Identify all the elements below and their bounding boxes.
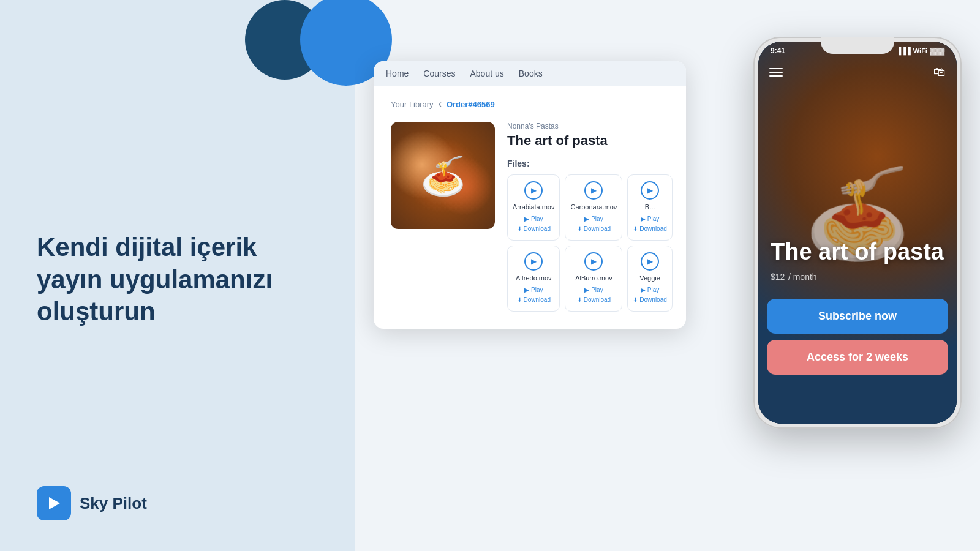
download-action-b[interactable]: ⬇ Download	[633, 224, 666, 234]
product-title: The art of pasta	[507, 133, 673, 149]
logo-svg	[44, 493, 64, 513]
left-panel: Kendi dijital içerik yayın uygulamanızı …	[0, 0, 355, 551]
play-icon-carbonara[interactable]: ▶	[584, 181, 603, 200]
hamburger-line-2	[769, 72, 783, 73]
product-image	[391, 122, 495, 229]
nav-courses[interactable]: Courses	[423, 69, 455, 78]
play-action-carbonara[interactable]: ▶ Play	[570, 214, 617, 224]
breadcrumb: Your Library ‹ Order#46569	[391, 99, 669, 110]
nav-about[interactable]: About us	[470, 69, 504, 78]
file-name-alfredo: Alfredo.mov	[513, 274, 554, 282]
play-action-arrabiata[interactable]: ▶ Play	[513, 214, 554, 224]
file-card-carbonara: ▶ Carbonara.mov ▶ Play ⬇ Download	[565, 174, 622, 241]
hamburger-line-1	[769, 68, 783, 69]
battery-icon: ▓▓▓	[930, 47, 944, 54]
play-action-veggie[interactable]: ▶ Play	[633, 285, 666, 295]
play-action-alfredo[interactable]: ▶ Play	[513, 285, 554, 295]
play-icon-arrabiata[interactable]: ▶	[524, 181, 543, 200]
browser-content: Your Library ‹ Order#46569 Nonna's Pasta…	[374, 86, 686, 329]
play-icon-alburro[interactable]: ▶	[584, 252, 603, 271]
file-card-alfredo: ▶ Alfredo.mov ▶ Play ⬇ Download	[507, 246, 560, 312]
phone-product-text: The art of pasta $12 / month	[771, 239, 944, 283]
download-action-veggie[interactable]: ⬇ Download	[633, 295, 666, 305]
files-grid: ▶ Arrabiata.mov ▶ Play ⬇ Download ▶ Carb…	[507, 174, 673, 312]
hamburger-line-3	[769, 75, 783, 77]
phone-product-price: $12 / month	[771, 269, 944, 283]
hero-text: Kendi dijital içerik yayın uygulamanızı …	[37, 231, 325, 328]
files-label: Files:	[507, 159, 673, 168]
phone-buttons: Subscribe now Access for 2 weeks	[767, 299, 948, 375]
phone-status-icons: ▐▐▐ WiFi ▓▓▓	[896, 47, 944, 54]
nav-books[interactable]: Books	[519, 69, 543, 78]
file-name-carbonara: Carbonara.mov	[570, 203, 617, 211]
phone-time: 9:41	[771, 47, 785, 55]
play-icon-alfredo[interactable]: ▶	[524, 252, 543, 271]
breadcrumb-separator: ‹	[439, 99, 442, 110]
subscribe-button[interactable]: Subscribe now	[767, 299, 948, 334]
file-card-veggie: ▶ Veggie ▶ Play ⬇ Download	[627, 246, 672, 312]
phone-price-amount: $12	[771, 272, 785, 282]
hamburger-menu[interactable]	[769, 68, 783, 77]
phone-header-bar: 🛍	[758, 59, 957, 85]
play-action-b[interactable]: ▶ Play	[633, 214, 666, 224]
product-brand: Nonna's Pastas	[507, 122, 673, 130]
pasta-image	[391, 122, 495, 229]
file-name-alburro: AlBurro.mov	[570, 274, 617, 282]
browser-nav: Home Courses About us Books	[374, 61, 686, 86]
product-info: Nonna's Pastas The art of pasta Files: ▶…	[507, 122, 673, 312]
file-name-b: B...	[633, 203, 666, 211]
download-action-alfredo[interactable]: ⬇ Download	[513, 295, 554, 305]
file-card-b: ▶ B... ▶ Play ⬇ Download	[627, 174, 672, 241]
download-action-arrabiata[interactable]: ⬇ Download	[513, 224, 554, 234]
cart-icon[interactable]: 🛍	[933, 65, 946, 79]
breadcrumb-library: Your Library	[391, 100, 434, 109]
access-button[interactable]: Access for 2 weeks	[767, 340, 948, 375]
phone-mockup: 9:41 ▐▐▐ WiFi ▓▓▓ 🛍 The art of pasta	[753, 37, 962, 429]
browser-mockup: Home Courses About us Books Your Library…	[374, 61, 686, 329]
breadcrumb-order[interactable]: Order#46569	[447, 100, 495, 109]
logo-area: Sky Pilot	[37, 486, 325, 520]
right-panel: Home Courses About us Books Your Library…	[355, 0, 980, 551]
phone-screen: 9:41 ▐▐▐ WiFi ▓▓▓ 🛍 The art of pasta	[758, 42, 957, 424]
phone-price-period: / month	[788, 272, 817, 282]
logo-icon	[37, 486, 71, 520]
play-action-alburro[interactable]: ▶ Play	[570, 285, 617, 295]
product-section: Nonna's Pastas The art of pasta Files: ▶…	[391, 122, 669, 312]
logo-text: Sky Pilot	[80, 494, 147, 513]
wifi-icon: WiFi	[913, 47, 927, 54]
hero-section: Kendi dijital içerik yayın uygulamanızı …	[37, 24, 325, 486]
play-icon-b[interactable]: ▶	[641, 181, 659, 200]
play-icon-veggie[interactable]: ▶	[641, 252, 659, 271]
download-action-carbonara[interactable]: ⬇ Download	[570, 224, 617, 234]
nav-home[interactable]: Home	[386, 69, 409, 78]
signal-icon: ▐▐▐	[896, 47, 910, 54]
svg-marker-0	[49, 497, 60, 509]
phone-notch	[821, 37, 894, 54]
file-card-arrabiata: ▶ Arrabiata.mov ▶ Play ⬇ Download	[507, 174, 560, 241]
file-card-alburro: ▶ AlBurro.mov ▶ Play ⬇ Download	[565, 246, 622, 312]
phone-product-title: The art of pasta	[771, 239, 944, 265]
file-name-veggie: Veggie	[633, 274, 666, 282]
download-action-alburro[interactable]: ⬇ Download	[570, 295, 617, 305]
file-name-arrabiata: Arrabiata.mov	[513, 203, 554, 211]
